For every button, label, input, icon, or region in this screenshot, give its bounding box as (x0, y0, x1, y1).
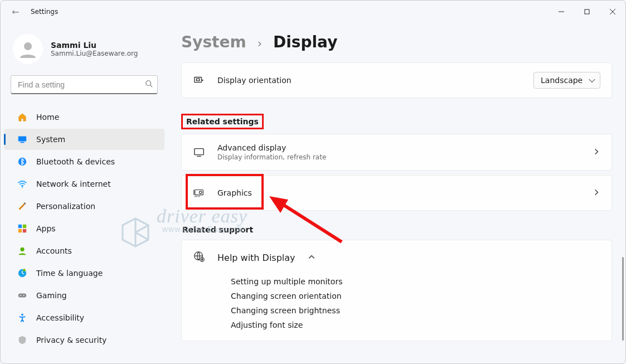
help-header[interactable]: ? Help with Display (182, 240, 612, 275)
window-title: Settings (31, 8, 58, 16)
profile-name: Sammi Liu (51, 41, 138, 50)
search-box[interactable] (11, 75, 158, 94)
help-link[interactable]: Adjusting font size (231, 321, 600, 329)
sidebar-item-label: Time & language (36, 269, 103, 278)
advanced-sub: Display information, refresh rate (217, 153, 580, 161)
sidebar-item-home[interactable]: Home (4, 106, 164, 128)
display-orientation-row[interactable]: Display orientation Landscape (181, 62, 612, 98)
chevron-right-icon (593, 147, 600, 158)
brush-icon (17, 201, 27, 211)
sidebar-item-network[interactable]: Network & internet (4, 173, 164, 195)
help-with-display-card: ? Help with Display Setting up multiple … (181, 240, 612, 341)
svg-point-16 (20, 247, 24, 251)
breadcrumb: System › Display (181, 33, 612, 51)
section-related-settings: Related settings (186, 117, 259, 126)
sidebar-item-label: Bluetooth & devices (36, 157, 115, 166)
shield-icon (17, 335, 27, 345)
back-icon[interactable]: ← (12, 7, 23, 17)
svg-point-23 (21, 314, 23, 316)
globe-help-icon: ? (193, 250, 205, 265)
sidebar-item-system[interactable]: System (4, 129, 164, 150)
svg-point-22 (23, 295, 25, 296)
svg-rect-25 (196, 79, 200, 81)
sidebar-item-privacy[interactable]: Privacy & security (4, 329, 164, 351)
sidebar-item-label: Privacy & security (36, 336, 106, 344)
svg-point-21 (20, 295, 21, 296)
titlebar: ← Settings (1, 1, 625, 23)
sidebar-item-label: Apps (36, 224, 56, 233)
accessibility-icon (17, 313, 27, 323)
help-link[interactable]: Changing screen brightness (231, 306, 600, 315)
help-link[interactable]: Setting up multiple monitors (231, 277, 600, 286)
advanced-display-row[interactable]: Advanced display Display information, re… (181, 134, 612, 171)
close-button[interactable] (600, 1, 625, 23)
svg-rect-26 (195, 149, 204, 155)
svg-point-29 (199, 191, 202, 194)
home-icon (17, 112, 27, 122)
svg-rect-7 (18, 137, 26, 142)
chevron-right-icon: › (257, 36, 262, 50)
chevron-right-icon (593, 188, 600, 198)
section-related-support: Related support (182, 225, 612, 234)
svg-line-6 (151, 85, 153, 88)
orientation-value: Landscape (541, 76, 583, 85)
sidebar-item-accessibility[interactable]: Accessibility (4, 307, 164, 328)
orientation-icon (193, 74, 205, 86)
help-items: Setting up multiple monitors Changing sc… (182, 275, 612, 341)
profile-email: Sammi.Liu@Easeware.org (51, 50, 138, 57)
svg-rect-14 (18, 229, 22, 232)
orientation-label: Display orientation (217, 76, 521, 85)
svg-rect-13 (23, 225, 26, 228)
maximize-button[interactable] (574, 1, 600, 23)
sidebar-item-accounts[interactable]: Accounts (4, 240, 164, 261)
sidebar-item-bluetooth[interactable]: Bluetooth & devices (4, 151, 164, 172)
svg-rect-1 (585, 9, 589, 14)
sidebar-item-time[interactable]: Time & language (4, 263, 164, 284)
svg-rect-24 (195, 77, 202, 82)
clock-icon (17, 268, 27, 278)
svg-point-4 (24, 42, 32, 50)
svg-point-19 (23, 269, 26, 271)
breadcrumb-parent[interactable]: System (181, 33, 246, 51)
avatar (13, 34, 43, 64)
apps-icon (17, 224, 27, 234)
sidebar-item-apps[interactable]: Apps (4, 218, 164, 239)
graphics-title: Graphics (217, 188, 580, 197)
sidebar-item-label: Accounts (36, 246, 72, 255)
sidebar: Sammi Liu Sammi.Liu@Easeware.org Home Sy… (1, 23, 168, 363)
breadcrumb-current: Display (273, 33, 337, 51)
profile-block[interactable]: Sammi Liu Sammi.Liu@Easeware.org (1, 28, 168, 75)
bluetooth-icon (17, 157, 27, 167)
main-content: System › Display Display orientation Lan… (168, 23, 625, 363)
system-icon (17, 134, 27, 144)
help-title: Help with Display (217, 253, 295, 263)
sidebar-item-gaming[interactable]: Gaming (4, 285, 164, 306)
advanced-title: Advanced display (217, 143, 580, 152)
search-input[interactable] (17, 80, 145, 90)
monitor-icon (193, 146, 205, 158)
gaming-icon (17, 290, 27, 300)
svg-rect-8 (20, 142, 24, 143)
scrollbar-thumb[interactable] (622, 257, 624, 341)
svg-rect-20 (18, 293, 26, 297)
svg-text:?: ? (201, 258, 203, 261)
chevron-up-icon (308, 253, 316, 263)
graphics-row[interactable]: Graphics (181, 175, 612, 211)
gpu-icon (193, 187, 205, 199)
sidebar-item-label: Network & internet (36, 179, 111, 188)
svg-rect-15 (23, 229, 26, 232)
nav: Home System Bluetooth & devices Network … (1, 106, 168, 351)
sidebar-item-label: System (36, 135, 65, 144)
minimize-button[interactable] (549, 1, 574, 23)
wifi-icon (17, 179, 27, 189)
sidebar-item-label: Gaming (36, 291, 67, 300)
accounts-icon (17, 246, 27, 256)
annotation-highlight: Related settings (181, 114, 264, 129)
sidebar-item-label: Home (36, 113, 59, 122)
svg-rect-12 (18, 225, 22, 228)
search-icon (145, 79, 153, 90)
orientation-select[interactable]: Landscape (533, 72, 600, 89)
svg-point-10 (22, 186, 23, 187)
help-link[interactable]: Changing screen orientation (231, 292, 600, 300)
sidebar-item-personalization[interactable]: Personalization (4, 196, 164, 217)
